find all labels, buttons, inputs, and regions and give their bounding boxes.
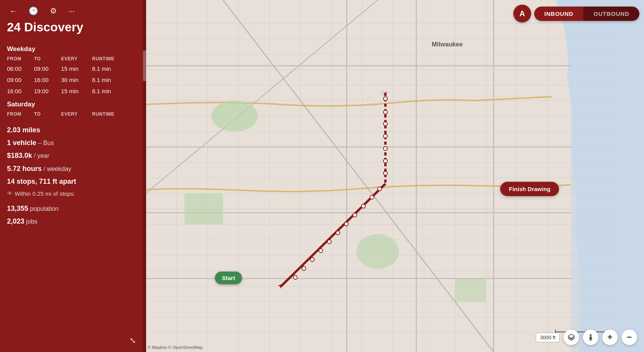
sat-col-every: EVERY — [61, 111, 92, 117]
finish-drawing-button[interactable]: Finish Drawing — [500, 182, 559, 196]
sat-col-from: FROM — [7, 111, 34, 117]
row2-from: 09:00 — [7, 77, 34, 83]
scroll-divider — [143, 0, 146, 352]
jobs-stat: 2,023 jobs — [7, 217, 136, 226]
row3-runtime: 8.1 min — [92, 88, 127, 94]
layers-button[interactable] — [564, 330, 579, 345]
row1-to: 09:00 — [34, 65, 61, 72]
svg-point-45 — [211, 101, 258, 132]
svg-rect-46 — [184, 193, 223, 224]
inbound-button[interactable]: INBOUND — [534, 7, 583, 21]
direction-toggle: INBOUND OUTBOUND — [534, 7, 639, 21]
row1-runtime: 8.1 min — [92, 65, 127, 72]
within-stops-label: 👁 Within 0.25 mi of stops: — [0, 190, 143, 197]
svg-text:☞: ☞ — [382, 89, 388, 97]
svg-point-53 — [383, 110, 387, 114]
person-button[interactable] — [583, 330, 598, 345]
weekday-row-1: 06:00 09:00 15 min 8.1 min — [0, 63, 143, 74]
miles-stat: 2.03 miles — [7, 125, 136, 135]
svg-point-64 — [336, 231, 340, 235]
scale-label: 3000 ft — [536, 333, 560, 342]
hours-stat: 5.72 hours / weekday — [7, 164, 136, 174]
svg-point-60 — [370, 195, 374, 199]
svg-point-47 — [356, 234, 399, 269]
stops-stat: 14 stops, 711 ft apart — [7, 177, 136, 186]
weekday-header: FROM TO EVERY RUNTIME — [0, 55, 143, 63]
col-from: FROM — [7, 56, 34, 62]
weekday-row-3: 16:00 19:00 15 min 8.1 min — [0, 85, 143, 97]
top-bar: ← 🕐 ⚙ ··· — [0, 0, 143, 20]
zoom-in-button[interactable]: + — [602, 330, 618, 345]
map-bottom-right: 3000 ft + − — [536, 330, 637, 345]
saturday-section-title: Saturday — [0, 97, 143, 110]
row3-every: 15 min — [61, 88, 92, 94]
row2-to: 16:00 — [34, 77, 61, 83]
a-badge: A — [513, 5, 531, 22]
back-button[interactable]: ← — [7, 6, 19, 16]
map-top-controls: A INBOUND OUTBOUND — [513, 5, 639, 22]
svg-point-58 — [383, 171, 387, 175]
scroll-handle[interactable] — [143, 50, 146, 81]
svg-point-55 — [383, 134, 387, 138]
map-attribution: © Mapbox © OpenStreetMap — [148, 345, 203, 350]
svg-point-56 — [383, 147, 387, 150]
saturday-header: FROM TO EVERY RUNTIME — [0, 110, 143, 118]
row3-to: 19:00 — [34, 88, 61, 94]
sat-col-to: TO — [34, 111, 61, 117]
svg-text:Milwaukee: Milwaukee — [432, 41, 463, 48]
svg-point-61 — [361, 204, 365, 208]
population-stats: 13,355 population 2,023 jobs — [0, 197, 143, 230]
svg-point-67 — [310, 258, 314, 261]
map-background: Milwaukee ☞ ➤ — [146, 0, 644, 352]
svg-point-63 — [344, 222, 348, 226]
svg-point-57 — [383, 159, 387, 163]
expand-button[interactable]: ⤡ — [129, 336, 136, 345]
svg-point-59 — [378, 187, 382, 191]
population-stat: 13,355 population — [7, 204, 136, 214]
weekday-row-2: 09:00 16:00 30 min 8.1 min — [0, 74, 143, 85]
col-every: EVERY — [61, 56, 92, 62]
vehicle-stat: 1 vehicle – Bus — [7, 138, 136, 148]
row1-from: 06:00 — [7, 65, 34, 72]
outbound-button[interactable]: OUTBOUND — [583, 7, 639, 21]
svg-point-68 — [302, 267, 306, 270]
stats-section: 2.03 miles 1 vehicle – Bus $183.0k / yea… — [0, 118, 143, 190]
row2-runtime: 8.1 min — [92, 77, 127, 83]
svg-point-69 — [293, 275, 297, 279]
cost-stat: $183.0k / year — [7, 151, 136, 161]
svg-point-76 — [590, 334, 592, 336]
row1-every: 15 min — [61, 65, 92, 72]
weekday-section-title: Weekday — [0, 41, 143, 55]
svg-point-62 — [353, 213, 357, 217]
svg-rect-48 — [455, 279, 486, 302]
start-badge: Start — [215, 272, 242, 284]
more-button[interactable]: ··· — [66, 6, 77, 16]
settings-button[interactable]: ⚙ — [48, 5, 59, 16]
zoom-out-button[interactable]: − — [622, 330, 637, 345]
map-area[interactable]: Milwaukee ☞ ➤ © Mapbo — [146, 0, 644, 352]
col-runtime: RUNTIME — [92, 56, 127, 62]
svg-point-54 — [383, 122, 387, 126]
left-panel: ← 🕐 ⚙ ··· 24 Discovery Weekday FROM TO E… — [0, 0, 143, 352]
svg-point-65 — [327, 240, 331, 244]
sat-col-runtime: RUNTIME — [92, 111, 127, 117]
svg-point-66 — [319, 249, 323, 253]
row2-every: 30 min — [61, 77, 92, 83]
row3-from: 16:00 — [7, 88, 34, 94]
clock-button[interactable]: 🕐 — [26, 5, 41, 16]
route-title: 24 Discovery — [0, 20, 143, 41]
col-to: TO — [34, 56, 61, 62]
